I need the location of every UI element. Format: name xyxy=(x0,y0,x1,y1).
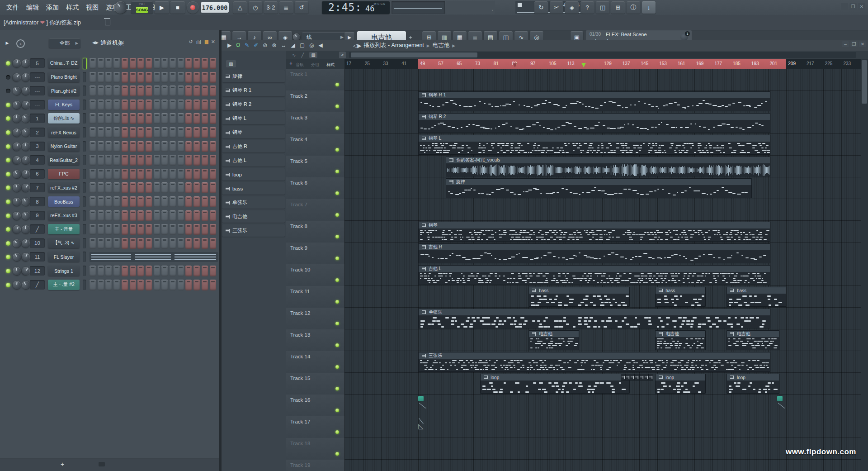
step-cell[interactable] xyxy=(105,210,112,221)
step-cell[interactable] xyxy=(178,196,184,207)
step-cell[interactable] xyxy=(105,155,112,166)
channel-volume-knob[interactable] xyxy=(21,142,30,151)
step-cell[interactable] xyxy=(185,127,192,138)
step-cell[interactable] xyxy=(98,155,104,166)
step-cell[interactable] xyxy=(161,86,168,96)
step-cell[interactable] xyxy=(170,210,176,221)
step-cell[interactable] xyxy=(90,155,96,166)
step-cell[interactable] xyxy=(185,266,192,276)
step-cell[interactable] xyxy=(185,196,192,207)
step-cell[interactable] xyxy=(202,58,208,69)
channel-name-button[interactable]: reFX..xus #3 xyxy=(48,210,80,221)
channel-mute-led[interactable] xyxy=(6,227,10,232)
step-cell[interactable] xyxy=(90,224,96,235)
pattern-clip-吉他 L[interactable]: 吉他 L xyxy=(418,265,770,285)
back-button[interactable]: < xyxy=(339,52,346,58)
track-led[interactable] xyxy=(335,365,339,369)
zoom-icon[interactable]: ◎ xyxy=(309,42,314,48)
step-cell[interactable] xyxy=(130,196,136,207)
channel-selector[interactable] xyxy=(83,266,86,276)
step-cell[interactable] xyxy=(193,155,200,166)
step-cell[interactable] xyxy=(193,141,200,152)
channel-pan-knob[interactable] xyxy=(11,169,22,180)
channel-pan-knob[interactable] xyxy=(12,183,22,193)
channel-selector[interactable] xyxy=(83,58,87,69)
step-cell[interactable] xyxy=(154,113,160,124)
track-led[interactable] xyxy=(335,170,339,173)
channel-volume-knob[interactable] xyxy=(22,73,30,81)
track-header-19[interactable]: Track 19 xyxy=(286,460,344,471)
step-cell[interactable] xyxy=(202,196,208,207)
playlist-titlebar[interactable]: ▶Ω✎✐⊘⊗↔◢▢◎◀ ◁▶ 播放列表 - Arrangement ▶ 电吉他 … xyxy=(222,40,868,51)
track-header-4[interactable]: Track 4 xyxy=(286,134,344,156)
tempo-display[interactable]: 176.000 xyxy=(201,2,229,13)
channel-pan-knob[interactable] xyxy=(13,198,21,206)
step-cell[interactable] xyxy=(130,169,136,180)
step-cell[interactable] xyxy=(146,72,152,83)
step-cell[interactable] xyxy=(178,210,184,221)
step-cell[interactable] xyxy=(122,280,128,290)
step-cell[interactable] xyxy=(122,210,128,221)
channel-number[interactable]: 7 xyxy=(30,183,45,192)
step-cell[interactable] xyxy=(154,238,160,249)
minimize-icon[interactable]: – xyxy=(841,3,848,10)
track-led[interactable] xyxy=(335,343,339,347)
blend-record-icon[interactable]: ≣ xyxy=(279,1,293,14)
close-icon[interactable]: ✕ xyxy=(858,3,865,10)
step-cell[interactable] xyxy=(210,58,216,69)
channel-pan-knob[interactable] xyxy=(12,266,22,276)
track-header-17[interactable]: Track 17 xyxy=(286,416,344,438)
step-cell[interactable] xyxy=(210,196,216,207)
step-cell[interactable] xyxy=(137,155,144,166)
track-header-6[interactable]: Track 6 xyxy=(286,177,344,200)
channel-name-button[interactable]: 你的..ls ∿ xyxy=(48,113,80,124)
step-cell[interactable] xyxy=(193,210,200,221)
pattern-clip-钢琴 L[interactable]: 钢琴 L xyxy=(418,135,770,155)
pattern-item-bass[interactable]: bass xyxy=(222,182,285,195)
step-cell[interactable] xyxy=(146,155,152,166)
channel-number[interactable]: 3 xyxy=(30,142,45,151)
step-cell[interactable] xyxy=(137,127,144,138)
audio-clip-你的答案-阿冗_vocals[interactable]: 你的答案-阿冗_vocals xyxy=(446,157,770,176)
step-cell[interactable] xyxy=(113,72,120,83)
step-cell[interactable] xyxy=(137,169,144,180)
channel-piano-preview[interactable] xyxy=(90,252,218,262)
step-cell[interactable] xyxy=(185,155,192,166)
step-cell[interactable] xyxy=(193,224,200,235)
step-cell[interactable] xyxy=(161,155,168,166)
channel-number[interactable]: 1 xyxy=(30,114,45,123)
step-cell[interactable] xyxy=(170,100,176,110)
track-header-14[interactable]: Track 14 xyxy=(286,351,344,373)
add-track-button[interactable]: + xyxy=(289,60,292,67)
step-cell[interactable] xyxy=(113,182,120,193)
pattern-item-吉他 R[interactable]: 吉他 R xyxy=(222,140,285,152)
pattern-item-旋律[interactable]: 旋律 xyxy=(222,70,285,82)
step-cell[interactable] xyxy=(122,141,128,152)
step-cell[interactable] xyxy=(178,86,184,96)
timeline-ruler[interactable]: 1725334149576573818997105113129137145153… xyxy=(344,59,861,69)
track-led[interactable] xyxy=(335,126,339,130)
step-cell[interactable] xyxy=(122,86,128,96)
channel-volume-knob[interactable] xyxy=(21,225,30,234)
channel-selector[interactable] xyxy=(83,113,86,124)
step-cell[interactable] xyxy=(130,224,136,235)
step-cell[interactable] xyxy=(154,196,160,207)
step-cell[interactable] xyxy=(105,266,112,276)
pattern-clip-钢琴 R 1[interactable]: 钢琴 R 1 xyxy=(418,91,770,111)
channel-mute-led[interactable] xyxy=(6,75,10,80)
playback-icon[interactable]: ◀ xyxy=(319,42,323,48)
select-icon[interactable]: ▢ xyxy=(300,42,305,48)
channel-mute-led[interactable] xyxy=(6,269,10,273)
step-cell[interactable] xyxy=(185,100,192,110)
channel-name-button[interactable]: Strings 1 xyxy=(48,266,80,276)
step-cell[interactable] xyxy=(98,169,104,180)
channel-pan-knob[interactable] xyxy=(11,58,22,68)
step-cell[interactable] xyxy=(122,224,128,235)
channel-selector[interactable] xyxy=(83,155,86,165)
step-cell[interactable] xyxy=(137,280,144,290)
channel-pan-knob[interactable] xyxy=(12,128,21,137)
step-cell[interactable] xyxy=(202,127,208,138)
channel-mute-led[interactable] xyxy=(6,283,10,287)
step-cell[interactable] xyxy=(178,182,184,193)
step-cell[interactable] xyxy=(122,266,128,276)
